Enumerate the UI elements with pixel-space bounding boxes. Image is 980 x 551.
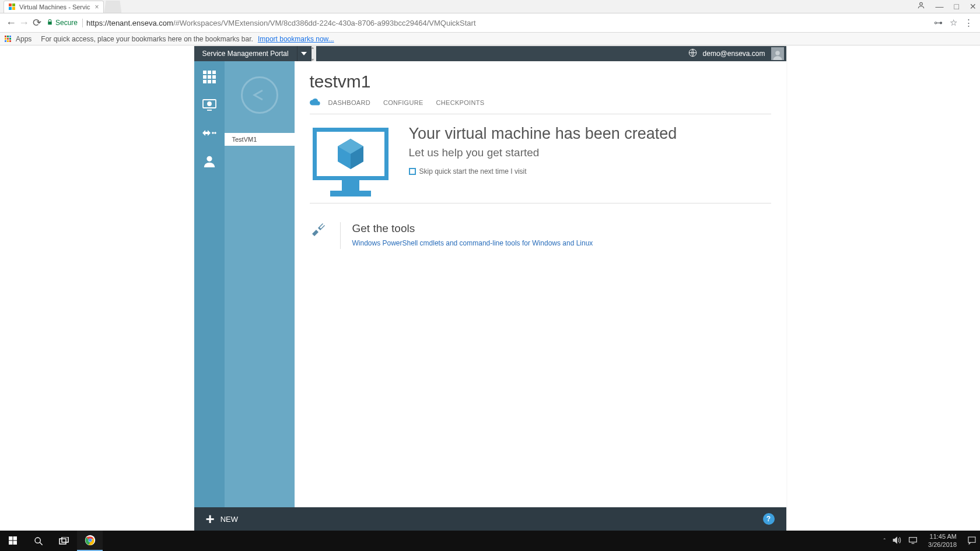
svg-rect-21 (13, 536, 17, 541)
taskbar-chrome-button[interactable] (77, 531, 103, 551)
tools-wrench-icon (310, 222, 328, 236)
quickstart-text: Your virtual machine has been created Le… (409, 125, 677, 203)
quickstart-subheading: Let us help you get started (409, 146, 677, 159)
tab-favicon (9, 3, 16, 10)
svg-rect-23 (13, 541, 17, 545)
help-button[interactable]: ? (763, 513, 775, 525)
vm-monitor-illustration (310, 125, 391, 203)
tab-dashboard[interactable]: DASHBOARD (328, 99, 370, 106)
bookmark-hint-text: For quick access, place your bookmarks h… (41, 35, 253, 43)
portal-header: Service Management Portal demo@enseva.co… (194, 46, 786, 61)
bookmarks-bar: Apps For quick access, place your bookma… (0, 33, 980, 45)
taskbar-clock[interactable]: 11:45 AM 3/26/2018 (925, 533, 960, 548)
svg-rect-2 (9, 7, 12, 10)
chrome-profile-icon[interactable] (917, 1, 925, 11)
left-rail (194, 61, 225, 507)
svg-point-6 (775, 51, 780, 55)
address-bar[interactable]: https://tenant.enseva.com/#Workspaces/VM… (86, 19, 934, 27)
tools-divider (340, 222, 341, 249)
chrome-menu-icon[interactable]: ⋮ (964, 17, 973, 28)
task-view-button[interactable] (51, 531, 77, 551)
new-tab-button[interactable] (104, 1, 121, 13)
content-tabs: DASHBOARD CONFIGURE CHECKPOINTS (310, 97, 771, 114)
rail-network-icon[interactable] (202, 125, 217, 141)
bookmark-star-icon[interactable]: ☆ (950, 17, 957, 28)
apps-label[interactable]: Apps (16, 35, 32, 43)
svg-point-11 (214, 132, 216, 134)
header-scroll-indicator (312, 46, 316, 61)
svg-rect-20 (9, 536, 13, 541)
portal-dropdown-chevron[interactable] (298, 46, 312, 61)
quickstart-heading: Your virtual machine has been created (409, 125, 677, 143)
svg-rect-32 (909, 538, 917, 542)
window-minimize[interactable]: — (936, 2, 944, 11)
portal-title[interactable]: Service Management Portal (194, 46, 298, 61)
window-close[interactable]: ✕ (970, 2, 977, 11)
language-globe-icon[interactable] (688, 48, 697, 59)
svg-rect-34 (968, 537, 975, 542)
nav-back-button[interactable]: ← (5, 17, 18, 29)
new-button-label[interactable]: NEW (220, 515, 238, 524)
new-plus-icon[interactable]: + (206, 511, 215, 527)
svg-rect-16 (330, 191, 371, 196)
rail-account-icon[interactable] (202, 153, 217, 169)
portal-footer: + NEW ? (194, 507, 786, 531)
search-button[interactable] (26, 531, 51, 551)
window-maximize[interactable]: □ (954, 2, 959, 11)
secure-label: Secure (55, 19, 78, 27)
tray-overflow-icon[interactable]: ˆ (883, 538, 886, 545)
skip-quickstart-checkbox[interactable]: Skip quick start the next time I visit (409, 167, 677, 176)
start-button[interactable] (0, 531, 26, 551)
tab-configure[interactable]: CONFIGURE (383, 99, 424, 106)
browser-tab[interactable]: Virtual Machines - Servic × (4, 1, 104, 13)
svg-rect-22 (9, 541, 13, 545)
svg-rect-15 (342, 180, 359, 191)
apps-icon[interactable] (5, 36, 11, 42)
checkbox-icon (409, 168, 416, 175)
back-circle-button[interactable] (241, 76, 278, 114)
nav-forward-button[interactable]: → (18, 17, 30, 29)
import-bookmarks-link[interactable]: Import bookmarks now... (258, 35, 334, 43)
user-email[interactable]: demo@enseva.com (703, 50, 765, 58)
password-key-icon[interactable]: ⊶ (934, 17, 943, 28)
url-path: /#Workspaces/VMExtension/VM/8cd386dd-224… (173, 19, 476, 27)
svg-point-24 (35, 538, 40, 543)
tools-download-link[interactable]: Windows PowerShell cmdlets and command-l… (352, 239, 593, 247)
tab-close-icon[interactable]: × (94, 3, 99, 11)
tools-section: Get the tools Windows PowerShell cmdlets… (310, 203, 771, 268)
rail-all-items-icon[interactable] (202, 69, 217, 85)
rail-vm-icon[interactable] (202, 97, 217, 113)
tools-heading: Get the tools (352, 222, 593, 235)
svg-point-8 (208, 102, 211, 106)
tab-title: Virtual Machines - Servic (19, 3, 90, 10)
svg-rect-1 (12, 3, 15, 6)
portal-body: TestVM1 testvm1 DASHBOARD CONFIGURE CHEC… (194, 61, 786, 507)
subnav-item-vm[interactable]: TestVM1 (225, 133, 295, 146)
portal-app: Service Management Portal demo@enseva.co… (194, 46, 786, 531)
user-avatar[interactable] (771, 47, 784, 60)
tab-checkpoints[interactable]: CHECKPOINTS (436, 99, 485, 106)
browser-viewport: Service Management Portal demo@enseva.co… (0, 46, 980, 531)
clock-date: 3/26/2018 (928, 541, 957, 549)
url-host: https://tenant.enseva.com (86, 19, 173, 27)
svg-rect-3 (12, 7, 15, 10)
quickstart-cloud-icon[interactable] (310, 97, 320, 108)
system-tray: ˆ 11:45 AM 3/26/2018 (883, 533, 980, 548)
clock-time: 11:45 AM (928, 533, 957, 541)
action-center-icon[interactable] (967, 536, 977, 546)
svg-rect-26 (60, 539, 66, 544)
nav-reload-button[interactable]: ⟳ (30, 16, 43, 29)
sub-navigation: TestVM1 (225, 61, 295, 507)
tray-volume-icon[interactable] (892, 536, 901, 545)
connection-secure-indicator[interactable]: Secure (47, 19, 83, 27)
svg-rect-27 (62, 537, 68, 542)
tray-network-icon[interactable] (908, 536, 918, 545)
windows-taskbar: ˆ 11:45 AM 3/26/2018 (0, 531, 980, 551)
page-title: testvm1 (310, 72, 771, 92)
content-area: testvm1 DASHBOARD CONFIGURE CHECKPOINTS (295, 61, 786, 507)
svg-rect-0 (9, 3, 12, 6)
svg-point-4 (919, 2, 922, 5)
chrome-toolbar: ← → ⟳ Secure https://tenant.enseva.com/#… (0, 13, 980, 33)
lock-icon (47, 19, 53, 27)
svg-point-12 (206, 156, 212, 162)
